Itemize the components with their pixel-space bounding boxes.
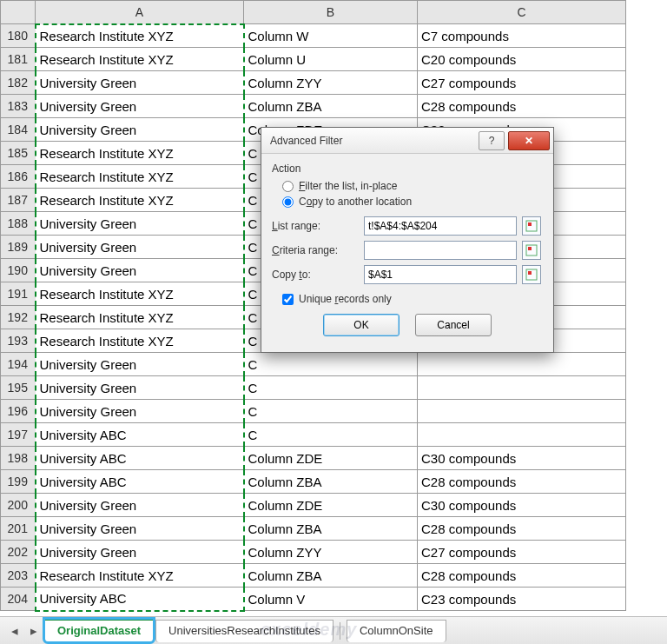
cell[interactable]: Research Institute XYZ (36, 282, 244, 306)
row-header[interactable]: 188 (1, 212, 36, 236)
row-header[interactable]: 200 (1, 494, 36, 517)
column-header-a[interactable]: A (36, 1, 244, 24)
cell[interactable]: Column ZDE (244, 494, 418, 517)
row-header[interactable]: 192 (1, 306, 36, 329)
cell[interactable]: C (244, 376, 418, 400)
cell[interactable]: Research Institute XYZ (36, 142, 244, 165)
column-header-c[interactable]: C (418, 1, 626, 24)
cell[interactable]: University ABC (36, 470, 244, 494)
select-all-corner[interactable] (1, 1, 36, 24)
dialog-titlebar[interactable]: Advanced Filter ? ✕ (261, 128, 553, 154)
cell[interactable] (418, 353, 626, 376)
cell[interactable] (418, 376, 626, 400)
row-header[interactable]: 190 (1, 259, 36, 282)
tab-originaldataset[interactable]: OriginalDataset (44, 619, 154, 642)
cell[interactable]: Research Institute XYZ (36, 306, 244, 329)
cell[interactable]: Column ZBA (244, 95, 418, 118)
cell[interactable]: University Green (36, 118, 244, 142)
criteria-range-input[interactable] (364, 241, 517, 260)
row-header[interactable]: 195 (1, 376, 36, 400)
row-header[interactable]: 201 (1, 517, 36, 541)
cell[interactable]: C28 compounds (418, 95, 626, 118)
cell[interactable]: Column W (244, 24, 418, 48)
cell[interactable]: C30 compounds (418, 494, 626, 517)
cell[interactable]: C27 compounds (418, 541, 626, 564)
radio-copy-location[interactable]: Copy to another location (282, 196, 543, 208)
list-range-input[interactable] (364, 216, 517, 236)
cell[interactable]: University Green (36, 517, 244, 541)
copy-to-picker[interactable] (522, 265, 541, 284)
tab-universitiesresearchinstitutes[interactable]: UniversitiesResearchInstitutes (155, 620, 334, 642)
cell[interactable]: University ABC (36, 423, 244, 447)
tab-next[interactable]: ▸ (26, 623, 42, 639)
row-header[interactable]: 191 (1, 282, 36, 306)
cell[interactable]: Column ZBA (244, 517, 418, 541)
cell[interactable]: University Green (36, 400, 244, 423)
cell[interactable]: Research Institute XYZ (36, 165, 244, 189)
list-range-picker[interactable] (522, 216, 541, 236)
cell[interactable]: C (244, 423, 418, 447)
criteria-range-picker[interactable] (522, 241, 541, 260)
row-header[interactable]: 198 (1, 447, 36, 470)
cell[interactable]: C28 compounds (418, 564, 626, 588)
row-header[interactable]: 189 (1, 236, 36, 259)
row-header[interactable]: 183 (1, 95, 36, 118)
cell[interactable]: University Green (36, 494, 244, 517)
row-header[interactable]: 184 (1, 118, 36, 142)
row-header[interactable]: 204 (1, 588, 36, 611)
cell[interactable]: University Green (36, 236, 244, 259)
cell[interactable] (418, 400, 626, 423)
radio-filter-inplace[interactable]: Filter the list, in-place (282, 180, 543, 192)
cell[interactable]: University Green (36, 541, 244, 564)
cell[interactable]: University Green (36, 376, 244, 400)
cell[interactable]: C (244, 400, 418, 423)
cell[interactable]: C23 compounds (418, 588, 626, 611)
tab-prev[interactable]: ◂ (7, 623, 23, 639)
column-header-b[interactable]: B (244, 1, 418, 24)
radio-filter-inplace-input[interactable] (282, 181, 294, 192)
row-header[interactable]: 181 (1, 48, 36, 71)
cell[interactable]: C28 compounds (418, 470, 626, 494)
cell[interactable]: University ABC (36, 588, 244, 611)
row-header[interactable]: 197 (1, 423, 36, 447)
row-header[interactable]: 186 (1, 165, 36, 189)
row-header[interactable]: 203 (1, 564, 36, 588)
cell[interactable]: Column ZYY (244, 541, 418, 564)
cell[interactable]: University Green (36, 353, 244, 376)
row-header[interactable]: 196 (1, 400, 36, 423)
cell[interactable]: C (244, 353, 418, 376)
cell[interactable]: Research Institute XYZ (36, 564, 244, 588)
ok-button[interactable]: OK (323, 314, 400, 336)
cell[interactable]: Research Institute XYZ (36, 48, 244, 71)
cell[interactable]: Column ZBA (244, 564, 418, 588)
cell[interactable]: C20 compounds (418, 48, 626, 71)
row-header[interactable]: 199 (1, 470, 36, 494)
cell[interactable]: Column ZYY (244, 71, 418, 95)
row-header[interactable]: 185 (1, 142, 36, 165)
cell[interactable]: Column ZDE (244, 447, 418, 470)
cell[interactable]: University ABC (36, 447, 244, 470)
cancel-button[interactable]: Cancel (415, 314, 492, 336)
cell[interactable]: Research Institute XYZ (36, 329, 244, 353)
unique-records-input[interactable] (282, 294, 294, 305)
cell[interactable]: University Green (36, 71, 244, 95)
cell[interactable]: C27 compounds (418, 71, 626, 95)
row-header[interactable]: 180 (1, 24, 36, 48)
radio-copy-location-input[interactable] (282, 196, 294, 208)
cell[interactable]: University Green (36, 95, 244, 118)
cell[interactable]: C7 compounds (418, 24, 626, 48)
tab-columnonsite[interactable]: ColumnOnSite (347, 620, 446, 642)
cell[interactable]: University Green (36, 212, 244, 236)
row-header[interactable]: 194 (1, 353, 36, 376)
cell[interactable]: C30 compounds (418, 447, 626, 470)
cell[interactable]: Column ZBA (244, 470, 418, 494)
unique-records-checkbox[interactable]: Unique records only (282, 293, 543, 305)
help-button[interactable]: ? (479, 131, 505, 150)
cell[interactable]: Column U (244, 48, 418, 71)
row-header[interactable]: 182 (1, 71, 36, 95)
row-header[interactable]: 202 (1, 541, 36, 564)
cell[interactable]: University Green (36, 259, 244, 282)
cell[interactable]: Research Institute XYZ (36, 189, 244, 212)
cell[interactable] (418, 423, 626, 447)
close-button[interactable]: ✕ (508, 131, 550, 150)
